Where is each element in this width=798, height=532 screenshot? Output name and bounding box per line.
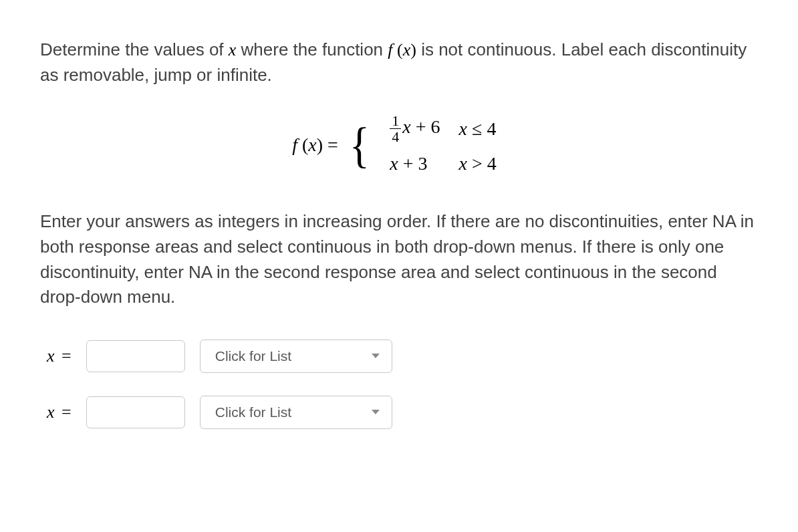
prompt-fn: f (x) [388,40,416,59]
dropdown-placeholder: Click for List [215,346,291,366]
brace-icon: { [349,124,369,166]
answer-row-2: x = Click for List [40,396,758,429]
case-row: x + 3 x > 4 [380,148,505,180]
answer-input-2[interactable] [86,396,185,428]
prompt-var-x: x [229,40,237,59]
equation-cases: 1 4 x + 6 x ≤ 4 x + 3 x > 4 [380,110,505,180]
answer-label: x = [47,344,72,369]
chevron-down-icon [372,410,380,414]
case-expr: x + 3 [380,148,449,180]
case-row: 1 4 x + 6 x ≤ 4 [380,110,505,147]
equation-lhs: f (x) = [292,132,338,159]
instructions-paragraph: Enter your answers as integers in increa… [40,209,758,310]
fraction-den: 4 [390,129,401,144]
problem-container: Determine the values of x where the func… [0,0,798,479]
case-cond: x ≤ 4 [450,110,506,147]
discontinuity-type-dropdown-2[interactable]: Click for List [200,396,392,429]
prompt-mid: where the function [236,39,388,59]
answer-label: x = [47,400,72,425]
prompt-paragraph: Determine the values of x where the func… [40,37,758,88]
dropdown-placeholder: Click for List [215,402,291,422]
prompt-pre: Determine the values of [40,39,229,59]
case-cond: x > 4 [450,148,506,180]
equation-block: f (x) = { 1 4 x + 6 x ≤ 4 x + 3 [40,110,758,180]
chevron-down-icon [372,354,380,358]
fraction-num: 1 [390,113,401,129]
answer-row-1: x = Click for List [40,340,758,373]
discontinuity-type-dropdown-1[interactable]: Click for List [200,340,392,373]
fraction: 1 4 [390,113,401,144]
answer-input-1[interactable] [86,340,185,372]
